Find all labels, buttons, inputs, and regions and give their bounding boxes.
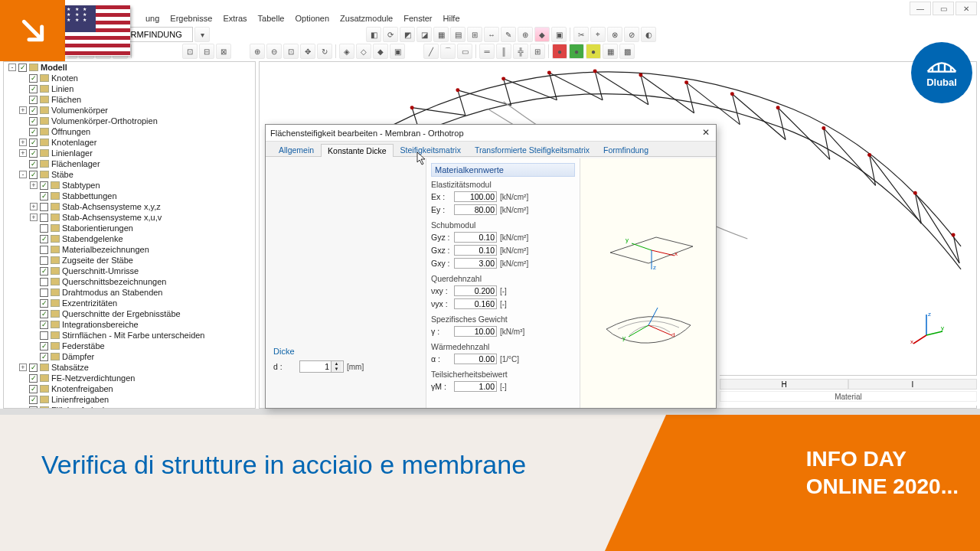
- spin-down-icon[interactable]: ▼: [331, 367, 341, 372]
- tb2-zoom-fit-icon[interactable]: ⊡: [283, 44, 299, 59]
- tree-toggle-icon[interactable]: +: [30, 203, 38, 210]
- tree-checkbox[interactable]: [40, 224, 48, 233]
- tree-item[interactable]: +Volumenkörper: [4, 105, 255, 116]
- tree-toggle-icon[interactable]: +: [19, 364, 27, 371]
- dialog-tab[interactable]: Transformierte Steifigkeitsmatrix: [468, 143, 596, 156]
- tb-misc-icon[interactable]: ◧: [366, 27, 381, 42]
- tb-tool6-icon[interactable]: ⌖: [590, 27, 606, 42]
- tb-tool9-icon[interactable]: ◐: [641, 27, 656, 42]
- tree-item[interactable]: Flächenlager: [4, 158, 255, 169]
- tb2-line-icon[interactable]: ╱: [423, 44, 439, 59]
- tb-tool3-icon[interactable]: ◆: [534, 27, 550, 42]
- minimize-button[interactable]: —: [910, 2, 931, 15]
- tree-checkbox[interactable]: [29, 160, 38, 168]
- tree-item[interactable]: FE-Netzverdichtungen: [4, 373, 255, 383]
- tree-checkbox[interactable]: [40, 192, 48, 201]
- field-input[interactable]: [454, 258, 497, 269]
- tree-checkbox[interactable]: [40, 214, 48, 222]
- menu-hilfe[interactable]: Hilfe: [443, 14, 460, 28]
- tree-item[interactable]: Materialbezeichnungen: [4, 244, 255, 255]
- tree-item[interactable]: Knotenfreigaben: [4, 383, 255, 394]
- tree-item[interactable]: Linien: [4, 83, 255, 94]
- tree-toggle-icon[interactable]: +: [30, 181, 38, 189]
- tb-tool2-icon[interactable]: ⊕: [518, 27, 533, 42]
- tree-item[interactable]: Flächenfreigaben: [4, 405, 255, 408]
- tree-toggle-icon[interactable]: +: [19, 149, 27, 157]
- tb-tool7-icon[interactable]: ⊗: [607, 27, 622, 42]
- tree-item[interactable]: -Modell: [4, 62, 255, 73]
- tree-item[interactable]: -Stäbe: [4, 169, 255, 180]
- menu-optionen[interactable]: Optionen: [295, 14, 329, 28]
- menu-extras[interactable]: Extras: [223, 14, 247, 28]
- tree-checkbox[interactable]: [18, 64, 27, 72]
- field-input[interactable]: [454, 285, 497, 296]
- tree-checkbox[interactable]: [40, 289, 48, 297]
- tb2-i-icon[interactable]: ⊟: [199, 44, 214, 59]
- tb-tool8-icon[interactable]: ⊘: [624, 27, 639, 42]
- tb2-m-icon[interactable]: ◆: [373, 44, 388, 59]
- tb2-n-icon[interactable]: ▣: [390, 44, 405, 59]
- tree-checkbox[interactable]: [40, 246, 48, 254]
- tree-toggle-icon[interactable]: -: [19, 171, 27, 178]
- tb2-o-icon[interactable]: ═: [479, 44, 495, 59]
- tree-checkbox[interactable]: [29, 406, 38, 409]
- tree-checkbox[interactable]: [29, 106, 38, 115]
- tree-item[interactable]: +Stabtypen: [4, 180, 255, 191]
- tree-item[interactable]: +Knotenlager: [4, 137, 255, 148]
- menu-ung[interactable]: ung: [145, 14, 159, 28]
- maximize-button[interactable]: ▭: [933, 2, 954, 15]
- tb2-p-icon[interactable]: ║: [496, 44, 511, 59]
- tree-item[interactable]: Zugseite der Stäbe: [4, 255, 255, 266]
- tree-checkbox[interactable]: [40, 267, 48, 276]
- col-header-i[interactable]: I: [848, 379, 977, 390]
- menu-fenster[interactable]: Fenster: [403, 14, 432, 28]
- field-input[interactable]: [454, 354, 497, 364]
- tree-item[interactable]: Federstäbe: [4, 341, 255, 351]
- tb-dropdown-icon[interactable]: ▾: [194, 27, 210, 42]
- tb2-k-icon[interactable]: ◈: [339, 44, 354, 59]
- tree-item[interactable]: Linienfreigaben: [4, 394, 255, 405]
- tree-checkbox[interactable]: [40, 310, 48, 318]
- tb-tool4-icon[interactable]: ▣: [551, 27, 567, 42]
- tree-item[interactable]: Knoten: [4, 73, 255, 83]
- tb-refresh-icon[interactable]: ⟳: [383, 27, 398, 42]
- menu-zusatzmodule[interactable]: Zusatzmodule: [340, 14, 393, 28]
- tb-view2-icon[interactable]: ◪: [416, 27, 432, 42]
- tree-item[interactable]: Flächen: [4, 94, 255, 105]
- tree-toggle-icon[interactable]: +: [19, 106, 27, 114]
- field-input[interactable]: [454, 245, 497, 256]
- tree-checkbox[interactable]: [29, 74, 38, 83]
- menu-ergebnisse[interactable]: Ergebnisse: [170, 14, 212, 28]
- tb2-arc-icon[interactable]: ⌒: [440, 44, 456, 59]
- tree-checkbox[interactable]: [40, 278, 48, 286]
- tb2-green-icon[interactable]: ●: [569, 44, 584, 59]
- tree-checkbox[interactable]: [40, 321, 48, 329]
- tree-checkbox[interactable]: [29, 171, 38, 179]
- tree-checkbox[interactable]: [29, 396, 38, 404]
- tree-checkbox[interactable]: [29, 139, 38, 147]
- tb2-h-icon[interactable]: ⊡: [182, 44, 198, 59]
- tree-item[interactable]: +Stabsätze: [4, 362, 255, 373]
- tb-grid-icon[interactable]: ▦: [433, 27, 449, 42]
- dialog-tab[interactable]: Formfindung: [596, 143, 655, 156]
- tree-item[interactable]: Integrationsbereiche: [4, 319, 255, 330]
- tree-checkbox[interactable]: [40, 353, 48, 361]
- tb2-l-icon[interactable]: ◇: [356, 44, 371, 59]
- field-input[interactable]: [454, 326, 497, 337]
- field-input[interactable]: [454, 232, 497, 243]
- tb2-zoom-in-icon[interactable]: ⊕: [250, 44, 265, 59]
- tb-layer-icon[interactable]: ▤: [450, 27, 466, 42]
- tree-checkbox[interactable]: [40, 181, 48, 190]
- tree-checkbox[interactable]: [29, 128, 38, 136]
- tree-item[interactable]: Querschnitte der Ergebnisstäbe: [4, 308, 255, 319]
- tree-checkbox[interactable]: [40, 203, 48, 211]
- tree-item[interactable]: Öffnungen: [4, 126, 255, 137]
- dialog-close-button[interactable]: ✕: [700, 127, 712, 139]
- tb2-yellow-icon[interactable]: ●: [586, 44, 601, 59]
- tree-item[interactable]: +Stab-Achsensysteme x,y,z: [4, 201, 255, 212]
- field-input[interactable]: [454, 191, 497, 202]
- tb2-pan-icon[interactable]: ✥: [300, 44, 315, 59]
- spin-up-icon[interactable]: ▲: [331, 361, 341, 367]
- tree-toggle-icon[interactable]: +: [30, 214, 38, 221]
- tree-checkbox[interactable]: [29, 364, 38, 372]
